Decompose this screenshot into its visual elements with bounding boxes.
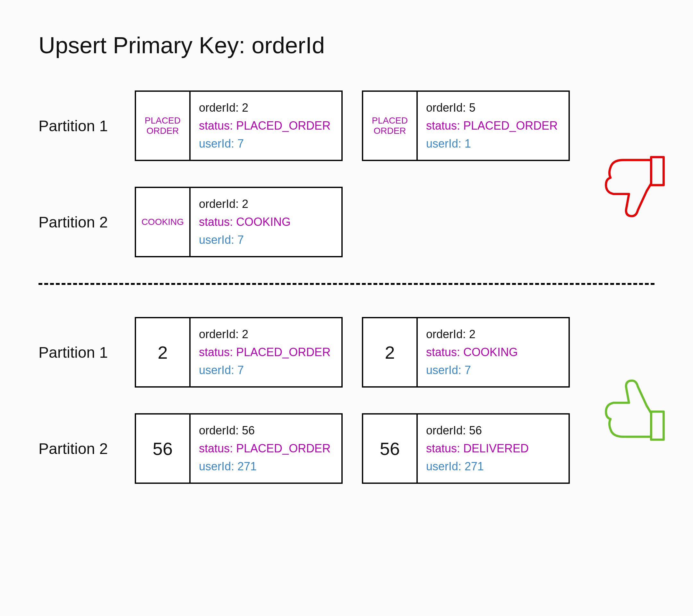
record-key: PLACED ORDER	[136, 92, 191, 160]
order-id-line: orderId: 56	[199, 422, 341, 440]
record-key: 2	[363, 318, 418, 386]
record-body: orderId: 2 status: PLACED_ORDER userId: …	[191, 92, 341, 160]
order-id-line: orderId: 2	[426, 325, 569, 343]
record-body: orderId: 2 status: PLACED_ORDER userId: …	[191, 318, 341, 386]
partition-row: Partition 1 PLACED ORDER orderId: 2 stat…	[39, 91, 654, 161]
record-body: orderId: 5 status: PLACED_ORDER userId: …	[418, 92, 569, 160]
record-key: 2	[136, 318, 191, 386]
record-card: 56 orderId: 56 status: PLACED_ORDER user…	[135, 413, 343, 484]
status-line: status: DELIVERED	[426, 440, 569, 458]
order-id-line: orderId: 56	[426, 422, 569, 440]
record-body: orderId: 56 status: DELIVERED userId: 27…	[418, 415, 569, 482]
partition-label: Partition 2	[39, 440, 135, 458]
record-key: 56	[363, 415, 418, 482]
order-id-line: orderId: 2	[199, 99, 341, 117]
record-card: 56 orderId: 56 status: DELIVERED userId:…	[362, 413, 570, 484]
thumbs-down-icon	[594, 148, 667, 223]
section-divider	[39, 283, 654, 285]
record-card: COOKING orderId: 2 status: COOKING userI…	[135, 187, 343, 257]
partition-label: Partition 1	[39, 344, 135, 361]
record-card: PLACED ORDER orderId: 2 status: PLACED_O…	[135, 91, 343, 161]
status-line: status: COOKING	[426, 343, 569, 361]
good-section: Partition 1 2 orderId: 2 status: PLACED_…	[39, 317, 654, 484]
user-id-line: userId: 7	[199, 135, 341, 153]
card-group: 2 orderId: 2 status: PLACED_ORDER userId…	[135, 317, 570, 388]
record-card: 2 orderId: 2 status: PLACED_ORDER userId…	[135, 317, 343, 388]
record-key: 56	[136, 415, 191, 482]
card-group: 56 orderId: 56 status: PLACED_ORDER user…	[135, 413, 570, 484]
user-id-line: userId: 1	[426, 135, 569, 153]
record-card: 2 orderId: 2 status: COOKING userId: 7	[362, 317, 570, 388]
user-id-line: userId: 271	[426, 458, 569, 475]
card-group: COOKING orderId: 2 status: COOKING userI…	[135, 187, 343, 257]
user-id-line: userId: 271	[199, 458, 341, 475]
partition-row: Partition 1 2 orderId: 2 status: PLACED_…	[39, 317, 654, 388]
order-id-line: orderId: 5	[426, 99, 569, 117]
partition-row: Partition 2 COOKING orderId: 2 status: C…	[39, 187, 654, 257]
status-line: status: COOKING	[199, 213, 341, 231]
partition-label: Partition 2	[39, 213, 135, 231]
record-body: orderId: 2 status: COOKING userId: 7	[191, 188, 341, 256]
bad-section: Partition 1 PLACED ORDER orderId: 2 stat…	[39, 91, 654, 257]
page-title: Upsert Primary Key: orderId	[39, 32, 654, 58]
status-line: status: PLACED_ORDER	[199, 440, 341, 458]
record-key: COOKING	[136, 188, 191, 256]
partition-row: Partition 2 56 orderId: 56 status: PLACE…	[39, 413, 654, 484]
record-body: orderId: 2 status: COOKING userId: 7	[418, 318, 569, 386]
status-line: status: PLACED_ORDER	[426, 117, 569, 135]
status-line: status: PLACED_ORDER	[199, 343, 341, 361]
order-id-line: orderId: 2	[199, 195, 341, 213]
user-id-line: userId: 7	[199, 361, 341, 379]
status-line: status: PLACED_ORDER	[199, 117, 341, 135]
user-id-line: userId: 7	[199, 231, 341, 249]
record-body: orderId: 56 status: PLACED_ORDER userId:…	[191, 415, 341, 482]
record-card: PLACED ORDER orderId: 5 status: PLACED_O…	[362, 91, 570, 161]
order-id-line: orderId: 2	[199, 325, 341, 343]
partition-label: Partition 1	[39, 117, 135, 135]
record-key: PLACED ORDER	[363, 92, 418, 160]
thumbs-up-icon	[594, 375, 667, 450]
user-id-line: userId: 7	[426, 361, 569, 379]
card-group: PLACED ORDER orderId: 2 status: PLACED_O…	[135, 91, 570, 161]
